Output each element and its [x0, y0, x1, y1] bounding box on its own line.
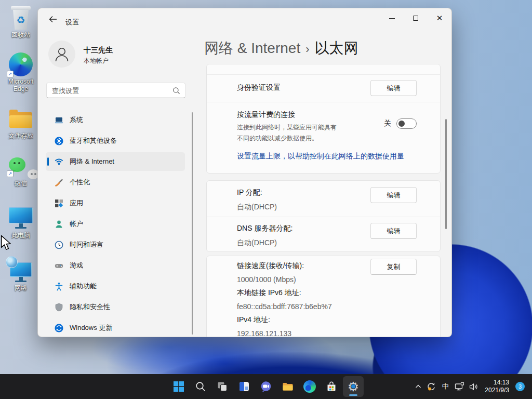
settings-button[interactable]: ⚙: [343, 376, 364, 397]
sidebar-item-label: 游戏: [70, 261, 83, 270]
sidebar-item-accessibility[interactable]: 辅助功能: [46, 277, 185, 296]
shortcut-arrow-icon: ↗: [7, 170, 14, 177]
sidebar-item-gaming[interactable]: 游戏: [46, 256, 185, 275]
minimize-button[interactable]: [380, 8, 404, 28]
speaker-icon: [469, 382, 478, 391]
sidebar-item-label: 蓝牙和其他设备: [70, 136, 117, 145]
search-input[interactable]: [52, 83, 169, 98]
start-button[interactable]: [168, 376, 189, 397]
sidebar-item-windows-update[interactable]: Windows 更新: [46, 318, 185, 337]
gear-icon: ⚙: [346, 379, 361, 394]
tray-chevron-button[interactable]: [414, 382, 422, 391]
desktop-icon-label: 网络: [3, 284, 39, 291]
desktop-icon-recycle-bin[interactable]: ♻ 回收站: [2, 6, 39, 38]
dns-assignment-label: DNS 服务器分配:: [237, 224, 292, 233]
data-limit-link[interactable]: 设置流量上限，以帮助控制在此网络上的数据使用量: [237, 152, 404, 161]
folder-icon: [9, 112, 32, 128]
divider: [207, 74, 440, 75]
breadcrumb: 网络 & Internet›以太网: [204, 39, 358, 58]
shield-icon: [55, 303, 63, 312]
profile-name: 十三先生: [84, 46, 113, 55]
task-view-button[interactable]: [212, 376, 233, 397]
sidebar-item-label: 网络 & Internet: [70, 157, 114, 166]
sidebar-item-system[interactable]: 系统: [46, 111, 185, 129]
ip-edit-button[interactable]: 编辑: [370, 187, 417, 203]
close-button[interactable]: ✕: [428, 8, 451, 28]
tray-clock[interactable]: 14:13 2021/9/3: [485, 379, 509, 394]
metered-connection-description: 连接到此网络时，某些应用可能具有不同的功能以减少数据使用。: [237, 122, 341, 144]
apps-icon: [55, 199, 63, 208]
account-icon: [55, 220, 63, 229]
dns-assignment-value: 自动(DHCP): [237, 238, 277, 248]
back-button[interactable]: [45, 12, 61, 26]
edge-icon: ↗: [9, 52, 33, 76]
sidebar-item-network-internet[interactable]: 网络 & Internet: [46, 152, 185, 171]
sidebar-item-personalization[interactable]: 个性化: [46, 173, 185, 192]
mouse-cursor: [1, 235, 11, 250]
store-button[interactable]: [321, 376, 342, 397]
desktop-icon-label: 回收站: [3, 31, 39, 38]
sidebar-scrollbar[interactable]: [192, 112, 193, 335]
shortcut-arrow-icon: ↗: [7, 71, 14, 77]
dns-edit-button[interactable]: 编辑: [370, 223, 417, 239]
desktop-icon-network[interactable]: 网络: [2, 258, 39, 291]
ipv6-value: fe80::cd5a:bdff:7687:b6eb%7: [237, 302, 332, 311]
widgets-icon: [238, 381, 250, 392]
network-icon: [10, 262, 32, 282]
recycle-bin-icon: ♻: [11, 6, 31, 30]
wechat-icon: ↗: [9, 157, 33, 176]
sidebar-item-privacy-security[interactable]: 隐私和安全性: [46, 298, 185, 316]
metered-connection-label: 按流量计费的连接: [237, 110, 404, 119]
update-icon: [55, 324, 63, 332]
sidebar-item-label: Windows 更新: [70, 323, 112, 332]
system-tray: 中 14:13 2021/9/3 3: [414, 374, 525, 399]
desktop-icon-files[interactable]: 文件存放: [2, 110, 39, 139]
metered-toggle[interactable]: [396, 118, 417, 129]
breadcrumb-parent[interactable]: 网络 & Internet: [204, 40, 300, 56]
maximize-button[interactable]: [404, 8, 428, 28]
auth-settings-label: 身份验证设置: [237, 83, 281, 92]
sidebar-item-apps[interactable]: 应用: [46, 194, 185, 212]
notification-badge[interactable]: 3: [515, 382, 525, 391]
tray-volume-button[interactable]: [469, 382, 478, 391]
tray-date: 2021/9/3: [485, 387, 509, 394]
link-speed-value: 1000/1000 (Mbps): [237, 275, 332, 284]
search-box: [46, 83, 185, 98]
widgets-button[interactable]: [234, 376, 255, 397]
file-explorer-button[interactable]: [277, 376, 298, 397]
content-scrollbar[interactable]: [445, 119, 447, 229]
back-arrow-icon: [49, 16, 57, 23]
settings-window: 设置 ✕ 十三先生 本地帐户 系统 蓝牙和其他设: [37, 8, 452, 337]
chat-icon: [260, 380, 272, 393]
avatar: [48, 41, 75, 68]
ime-indicator[interactable]: 中: [440, 382, 450, 391]
edge-button[interactable]: [299, 376, 320, 397]
taskbar: ⚙ 中: [0, 374, 532, 399]
chat-button[interactable]: [256, 376, 276, 397]
desktop-icon-this-pc[interactable]: 此电脑: [2, 207, 39, 239]
card-ip-dns: IP 分配: 自动(DHCP) 编辑 DNS 服务器分配: 自动(DHCP) 编…: [206, 180, 441, 252]
copy-button[interactable]: 复制: [370, 259, 417, 275]
desktop-icon-wechat[interactable]: ↗ 微信: [2, 157, 39, 187]
search-icon: [195, 381, 206, 392]
search-button[interactable]: [190, 376, 211, 397]
card-ethernet-properties: 身份验证设置 编辑 按流量计费的连接 连接到此网络时，某些应用可能具有不同的功能…: [206, 64, 441, 174]
running-app-indicator: [349, 394, 357, 396]
tray-update-button[interactable]: [427, 382, 436, 391]
window-title: 设置: [65, 18, 79, 27]
auth-edit-button[interactable]: 编辑: [370, 80, 417, 96]
search-icon: [172, 87, 180, 95]
system-icon: [55, 116, 63, 125]
restart-update-icon: [427, 382, 436, 391]
ipv4-value: 192.168.121.133: [237, 329, 332, 337]
desktop-icon-edge[interactable]: ↗ Microsoft Edge: [2, 52, 39, 92]
sidebar-item-label: 时间和语言: [70, 240, 103, 249]
sidebar-item-bluetooth-devices[interactable]: 蓝牙和其他设备: [46, 131, 185, 150]
sidebar-item-accounts[interactable]: 帐户: [46, 215, 185, 233]
tray-network-button[interactable]: [455, 382, 464, 391]
sidebar-item-time-language[interactable]: 时间和语言: [46, 235, 185, 254]
card-link-details: 链接速度(接收/传输): 1000/1000 (Mbps) 本地链接 IPv6 …: [206, 256, 441, 337]
close-icon: ✕: [436, 15, 443, 22]
this-pc-icon: [9, 207, 33, 229]
profile-account-type: 本地帐户: [84, 57, 109, 65]
